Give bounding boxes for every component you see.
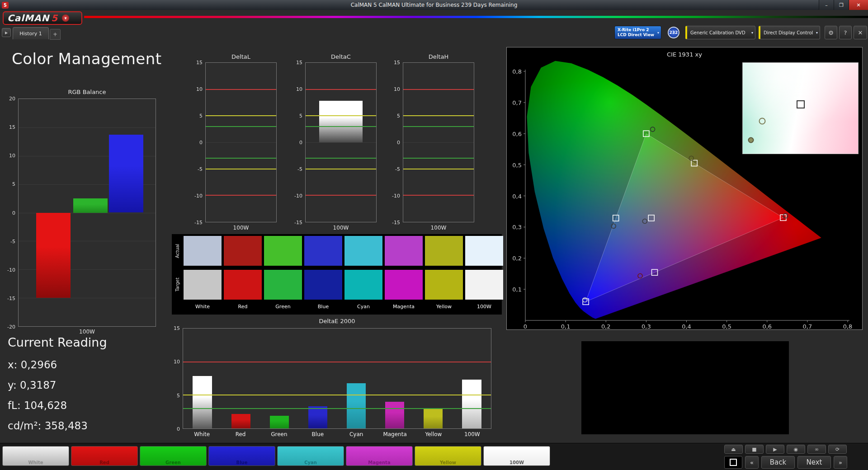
stop-button[interactable]: ■	[745, 445, 764, 454]
reference-line	[306, 158, 376, 159]
logo-text: CalMAN	[7, 13, 49, 24]
back-chevron-icon[interactable]: «	[745, 456, 759, 469]
gridline	[206, 142, 276, 143]
chart-title: DeltaL	[205, 53, 277, 60]
maximize-button[interactable]: ❐	[834, 0, 849, 10]
column-label: White	[184, 304, 222, 310]
svg-text:0,7: 0,7	[803, 323, 812, 330]
target-magenta-swatch	[385, 270, 423, 300]
y-tick-label: -10	[194, 193, 203, 199]
actual-yellow-swatch	[425, 236, 463, 266]
pattern-swatch-label: Red	[71, 460, 137, 465]
y-tick-label: -15	[7, 295, 15, 301]
source-label: Generic Calibration DVD	[690, 30, 745, 35]
pattern-swatch-white[interactable]: White	[2, 446, 69, 466]
pattern-bar: WhiteRedGreenBlueCyanMagentaYellow100W ⏏…	[0, 443, 868, 470]
y-tick-label: 0	[12, 210, 15, 216]
pattern-swatch-yellow[interactable]: Yellow	[415, 446, 481, 466]
back-button[interactable]: Back	[761, 456, 795, 469]
y-tick-label: -5	[10, 238, 15, 244]
meter-dropdown[interactable]: X-Rite i1Pro 2 LCD Direct View ▾	[614, 26, 661, 39]
svg-text:0,3: 0,3	[512, 224, 522, 230]
pattern-swatch-red[interactable]: Red	[71, 446, 138, 466]
calman-logo[interactable]: CalMAN 5 ▾	[3, 11, 82, 25]
svg-text:0,6: 0,6	[762, 323, 772, 330]
minimize-button[interactable]: –	[819, 0, 834, 10]
chart-title: DeltaH	[403, 53, 474, 60]
actual-blue-swatch	[304, 236, 342, 266]
bar	[36, 213, 71, 298]
column-label: Cyan	[344, 304, 382, 310]
pattern-swatch-cyan[interactable]: Cyan	[277, 446, 344, 466]
square-icon	[730, 459, 737, 466]
reference-line	[206, 195, 276, 196]
tab-history-1[interactable]: History 1	[13, 27, 49, 39]
svg-text:0,5: 0,5	[512, 162, 522, 169]
y-tick-label: 0	[299, 140, 302, 146]
reading-y: y: 0,3187	[8, 375, 107, 395]
chart-title: DeltaC	[305, 53, 377, 60]
pattern-swatch-blue[interactable]: Blue	[208, 446, 275, 466]
svg-text:0,3: 0,3	[642, 323, 651, 330]
svg-text:0: 0	[524, 323, 527, 330]
rainbow-stripe	[84, 16, 868, 18]
y-tick-label: 0	[199, 140, 203, 146]
reference-line	[206, 115, 276, 116]
reference-line	[206, 89, 276, 90]
pattern-window-button[interactable]	[724, 456, 742, 469]
reference-line	[403, 158, 474, 159]
column-label: Red	[224, 304, 262, 310]
inset-actual-marker	[759, 118, 766, 124]
bar	[270, 416, 289, 428]
help-icon[interactable]: ?	[839, 26, 852, 39]
meter-line1: X-Rite i1Pro 2	[618, 28, 654, 33]
pattern-swatch-label: 100W	[484, 460, 550, 465]
plot-area	[305, 62, 377, 222]
plot-area	[205, 62, 277, 222]
gear-icon[interactable]: ⚙	[825, 26, 837, 39]
logo-menu-arrow-icon[interactable]: ▾	[62, 14, 69, 22]
pattern-swatch-label: Magenta	[346, 460, 412, 465]
y-tick-label: -5	[198, 166, 203, 172]
close-panel-icon[interactable]: ✕	[854, 26, 867, 39]
pattern-swatch-green[interactable]: Green	[140, 446, 207, 466]
refresh-button[interactable]: ⟳	[828, 445, 847, 454]
bar	[424, 409, 443, 428]
bar	[319, 101, 363, 142]
target-blue-swatch	[304, 270, 342, 300]
actual-red-swatch	[224, 236, 262, 266]
bar	[73, 198, 108, 212]
x-axis-label: 100W	[205, 225, 277, 231]
svg-text:0,7: 0,7	[512, 99, 522, 106]
close-window-button[interactable]: ✕	[849, 0, 868, 10]
pattern-swatch-row: WhiteRedGreenBlueCyanMagentaYellow100W	[2, 446, 550, 466]
current-reading-heading: Current Reading	[8, 335, 107, 349]
row-label-target: Target	[173, 270, 181, 300]
disc-button[interactable]: ◉	[787, 445, 805, 454]
bar	[231, 414, 250, 428]
source-dropdown[interactable]: Generic Calibration DVD ▾	[685, 26, 755, 39]
svg-text:0,4: 0,4	[682, 323, 691, 330]
y-tick-label: 20	[9, 96, 15, 102]
next-chevron-icon[interactable]: »	[834, 456, 847, 469]
y-tick-label: -15	[294, 220, 302, 226]
pattern-swatch-100w[interactable]: 100W	[483, 446, 550, 466]
next-button[interactable]: Next	[797, 456, 831, 469]
category-label: Blue	[312, 431, 324, 437]
reference-line	[403, 89, 474, 90]
target-red-swatch	[224, 270, 262, 300]
display-control-dropdown[interactable]: Direct Display Control ▾	[759, 26, 820, 39]
target-cyan-swatch	[344, 270, 382, 300]
add-tab-button[interactable]: +	[50, 29, 61, 40]
tab-scroll-button[interactable]: ▶	[2, 28, 11, 37]
y-axis: 20151050-5-10-15-20	[5, 99, 17, 327]
reference-line	[183, 408, 491, 409]
eject-button[interactable]: ⏏	[724, 445, 743, 454]
category-label: Yellow	[425, 431, 442, 437]
play-button[interactable]: ▶	[766, 445, 784, 454]
loop-button[interactable]: ∞	[807, 445, 826, 454]
y-tick-label: 10	[174, 359, 180, 365]
pattern-swatch-magenta[interactable]: Magenta	[346, 446, 413, 466]
inset-target-marker	[797, 100, 805, 108]
chart-title: RGB Balance	[18, 89, 156, 95]
